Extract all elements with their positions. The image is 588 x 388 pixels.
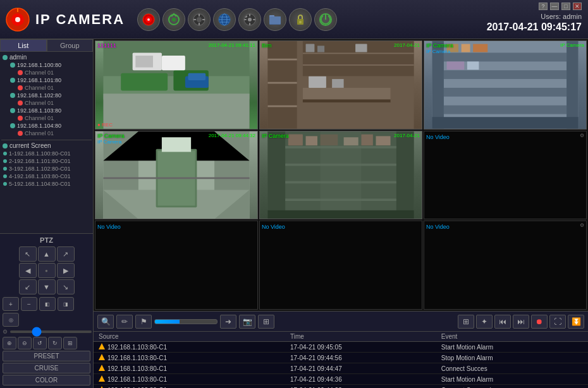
tree-item-100[interactable]: 192.168.1.100:80	[9, 61, 92, 69]
ptz-extra-btn3[interactable]: ↺	[33, 337, 47, 349]
ptz-focus-near-button[interactable]: ◧	[39, 297, 56, 311]
video-timestamp-4: 2017-04-21 09:44:32	[209, 133, 255, 138]
tab-list[interactable]: List	[0, 39, 47, 52]
tree-channel-item[interactable]: Channel 01	[16, 99, 92, 107]
event-row[interactable]: 192.168.1.103:80-C1 17-04-21 09:44:47 Co…	[94, 363, 588, 374]
ptz-br-button[interactable]: ↘	[57, 279, 75, 294]
video-cell-5[interactable]: IP Camera 2017-04-21	[259, 131, 422, 220]
lock-icon-btn[interactable]	[289, 8, 312, 31]
status-dot	[3, 55, 8, 60]
close-button[interactable]: ✕	[573, 3, 582, 10]
svg-rect-71	[467, 61, 479, 70]
camera-icon-btn[interactable]	[137, 8, 160, 31]
status-dot	[10, 123, 15, 128]
screen-item-1[interactable]: 1-192.168.1.100:80-C01	[1, 150, 92, 157]
more-button[interactable]: ⏬	[568, 315, 584, 329]
arrow-button[interactable]: ➜	[220, 315, 236, 329]
ptz-speed-slider[interactable]	[10, 330, 92, 333]
ptz-extra-btn1[interactable]: ⊕	[3, 337, 16, 349]
tree-item-103[interactable]: 192.168.1.103:80	[9, 107, 92, 114]
video-cell-4[interactable]: IP Camera 2017-04-21 09:44:32 IP Camera	[95, 131, 258, 220]
maximize-button[interactable]: □	[561, 3, 570, 10]
no-video-bg-1	[424, 131, 586, 219]
video-cell-no2[interactable]: No Video	[95, 221, 258, 310]
event-section: Source Time Event 192.168.1.103:80-C1 17…	[94, 331, 588, 388]
datetime-display: 2017-04-21 09:45:17	[487, 21, 582, 33]
svg-point-2	[15, 17, 20, 22]
ptz-zoom-out-button[interactable]: −	[21, 297, 37, 311]
video-cell-1[interactable]: 111111 2017-04-21 09:41:11 ● REC	[95, 40, 258, 130]
cruise-button[interactable]: CRUISE	[3, 363, 90, 373]
screen-item-4[interactable]: 4-192.168.1.103:80-C01	[1, 173, 92, 180]
tree-item-102[interactable]: 192.168.1.102:80	[9, 92, 92, 99]
ptz-iris-button[interactable]: ◎	[3, 313, 19, 327]
ptz-down-button[interactable]: ▼	[38, 279, 56, 294]
screen-dot	[3, 143, 8, 149]
tree-channel-item[interactable]: Channel 01	[16, 114, 92, 122]
warning-icon	[99, 343, 105, 349]
toolbar-icons	[137, 8, 337, 31]
screen-item-5[interactable]: 5-192.168.1.104:80-C01	[1, 180, 92, 188]
help-button[interactable]: ?	[539, 3, 548, 10]
multi-button[interactable]: ⊞	[258, 315, 274, 329]
preset-button[interactable]: PRESET	[3, 351, 90, 361]
tab-group[interactable]: Group	[47, 39, 94, 52]
ptz-left-button[interactable]: ◀	[19, 263, 37, 278]
snapshot-button[interactable]: 📷	[239, 315, 255, 329]
color-button[interactable]: COLOR	[3, 375, 90, 385]
ptz-extra-btn2[interactable]: ⊖	[18, 337, 32, 349]
video-timestamp-3: IP Camera	[560, 42, 584, 48]
ptz-zoom-in-button[interactable]: +	[3, 297, 19, 311]
video-cell-no4[interactable]: No Video ⚙	[424, 221, 587, 310]
svg-rect-83	[267, 131, 285, 219]
record-button[interactable]: ⏺	[531, 315, 548, 329]
globe-icon-btn[interactable]	[213, 8, 236, 31]
video-cell-no1[interactable]: No Video ⚙	[424, 131, 587, 220]
ptz-focus-far-button[interactable]: ◨	[58, 297, 74, 311]
svg-rect-25	[253, 19, 255, 20]
steering-icon-btn[interactable]	[188, 8, 211, 31]
star-button[interactable]: ✦	[476, 315, 493, 329]
search-button[interactable]: 🔍	[97, 315, 114, 329]
grid-view-button[interactable]: ⊞	[458, 315, 474, 329]
power-icon-btn[interactable]	[314, 8, 337, 31]
screen-item-3[interactable]: 3-192.168.1.102:80-C01	[1, 165, 92, 173]
minimize-button[interactable]: —	[550, 3, 559, 10]
tree-item-admin[interactable]: admin	[1, 53, 92, 61]
event-description: Stop Motion Alarm	[436, 353, 588, 363]
ptz-title: PTZ	[3, 236, 90, 244]
ptz-extra-btn4[interactable]: ↻	[48, 337, 62, 349]
ptz-up-button[interactable]: ▲	[38, 246, 56, 262]
ptz-tr-button[interactable]: ↗	[57, 246, 75, 262]
svg-rect-57	[306, 44, 315, 52]
tree-item-101[interactable]: 192.168.1.101:80	[9, 76, 92, 84]
video-cell-no3[interactable]: No Video	[259, 221, 422, 310]
screen-item-2[interactable]: 2-192.168.1.101:80-C01	[1, 157, 92, 165]
event-row[interactable]: 192.168.1.103:80-C1 17-04-21 09:44:36 St…	[94, 374, 588, 385]
event-row[interactable]: 192.168.1.103:80-C1 17-04-21 09:45:05 St…	[94, 342, 588, 353]
ptz-right-button[interactable]: ▶	[57, 263, 75, 278]
ptz-center-button[interactable]: ●	[38, 263, 56, 278]
pencil-button[interactable]: ✏	[116, 315, 133, 329]
expand-button[interactable]: ⛶	[549, 315, 566, 329]
tree-channel-item[interactable]: Channel 01	[16, 69, 92, 76]
ptz-bl-button[interactable]: ↙	[19, 279, 37, 294]
sidebar-tabs: List Group	[0, 39, 93, 52]
event-row[interactable]: 192.168.1.103:80-C1 17-04-21 09:44:56 St…	[94, 353, 588, 363]
video-cell-3[interactable]: IP Camera IP Camera IP Camera	[424, 40, 587, 130]
flag-button[interactable]: ⚑	[135, 315, 152, 329]
prev-button[interactable]: ⏮	[494, 315, 511, 329]
refresh-icon-btn[interactable]	[162, 8, 185, 31]
tree-channel-item[interactable]: Channel 01	[16, 130, 92, 137]
settings-icon-btn[interactable]	[238, 8, 261, 31]
folder-icon-btn[interactable]	[264, 8, 286, 31]
tree-item-104[interactable]: 192.168.1.104:80	[9, 122, 92, 130]
next-button[interactable]: ⏭	[513, 315, 529, 329]
ptz-extra-btn5[interactable]: ⊞	[63, 337, 77, 349]
no-video-label-3: No Video	[262, 224, 285, 230]
event-row[interactable]: 192.168.1.103:80-C1 17-04-21 09:44:22 Co…	[94, 385, 588, 389]
ptz-tl-button[interactable]: ↖	[19, 246, 37, 262]
tree-channel-item[interactable]: Channel 01	[16, 84, 92, 92]
window-controls: ? — □ ✕	[487, 3, 582, 10]
video-cell-2[interactable]: Bim 2017-04-21	[259, 40, 422, 130]
